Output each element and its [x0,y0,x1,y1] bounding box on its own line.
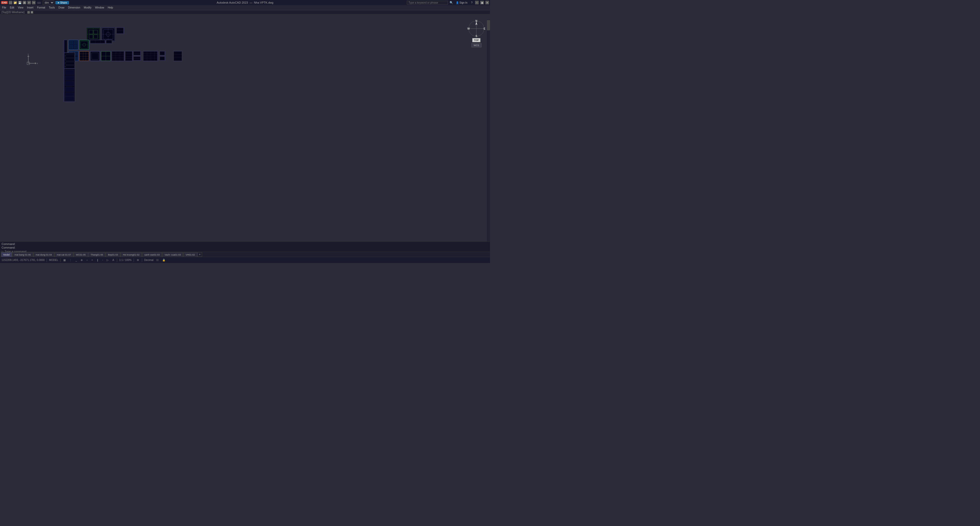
coordinates-display: 1152209.1493, -317671.1781, 0.0000 [2,259,45,261]
drawing-small-block[interactable] [106,40,112,44]
grid-toggle[interactable]: ▦ [62,258,67,262]
sign-in-button[interactable]: 👤 Sign In [455,1,469,5]
workspace-button[interactable]: ☷ [156,258,159,262]
tab-model[interactable]: Model [1,252,12,257]
viewport-maximize-button[interactable]: □ [27,11,30,14]
tab-sanh-vao[interactable]: sanh vao01-03 [142,252,162,257]
svg-rect-44 [107,40,112,43]
lock-button[interactable]: 🔒 [161,258,166,262]
polar-toggle[interactable]: ⊕ [80,258,83,262]
svg-rect-21 [102,28,115,41]
undo-button[interactable]: ↩ [27,1,31,5]
indicator-1[interactable] [159,51,165,56]
drawing-thumb-1[interactable] [86,27,100,41]
ribbon-edit[interactable]: Edit [9,6,15,9]
far-right-block[interactable] [173,51,182,61]
canvas-area[interactable]: X Y N S E W TOP WCS [0,14,490,242]
drawing-thumb-2[interactable] [101,27,115,41]
annotation-toggle[interactable]: A [111,258,115,262]
svg-rect-36 [74,45,77,49]
drawing-title-block[interactable] [90,40,105,44]
drawing-cluster-middle [64,40,182,65]
drawing-thumb-plan-4[interactable] [79,51,89,61]
ribbon-view[interactable]: View [17,6,24,9]
svg-rect-84 [174,51,182,61]
scrollbar-thumb[interactable] [487,20,490,30]
snap-toggle[interactable]: ⋮ [68,258,73,262]
svg-rect-99 [65,81,74,86]
drawing-thumb-plan-6[interactable] [101,51,111,61]
ribbon-window[interactable]: Window [94,6,105,9]
title-bar-center: Autodesk AutoCAD 2023 — Nha VPTK.dwg [216,1,273,4]
selection-toggle[interactable]: ▷ [106,258,110,262]
share-icon: ➤ [57,1,59,4]
schedule-block-large[interactable] [143,51,158,61]
svg-rect-60 [112,51,124,61]
transparency-toggle[interactable]: ◦ [102,258,104,262]
tab-hoi-truong[interactable]: Hoi truong01-02 [121,252,142,257]
ribbon-draw[interactable]: Draw [57,6,65,9]
drawing-row-top [68,40,182,50]
tab-vach-cua[interactable]: Vach- cua01-03 [162,252,183,257]
open-button[interactable]: 📁 [13,1,17,5]
tab-bep[interactable]: Bep01-03 [105,252,120,257]
schedule-small-1[interactable] [133,51,141,56]
osnap-toggle[interactable]: ○ [86,258,89,262]
dim-dropdown[interactable]: dim [43,0,54,5]
viewport-close-button[interactable]: ✕ [31,11,33,14]
right-scrollbar[interactable] [487,19,490,242]
otrack-toggle[interactable]: + [91,258,94,262]
schedule-blocks-1 [111,51,141,61]
schedule-block-1[interactable] [111,51,124,61]
indicator-2[interactable] [159,56,165,61]
status-bar: 1152209.1493, -317671.1781, 0.0000 MODEL… [0,257,490,263]
minimize-button[interactable]: − [475,1,479,5]
user-icon: 👤 [456,1,459,4]
share-button[interactable]: ➤ Share [56,1,69,5]
ribbon-insert[interactable]: Insert [26,6,35,9]
tab-thang[interactable]: Thang01-05 [88,252,105,257]
svg-rect-17 [89,30,93,34]
save-button[interactable]: 💾 [18,1,22,5]
tab-mat-bang[interactable]: mat bang 01-06 [12,252,33,257]
ribbon-dimension[interactable]: Dimension [67,6,81,9]
ribbon-format[interactable]: Format [36,6,46,9]
title-bar: CAD □ 📁 💾 🖶 ↩ ↪ □□ dim ➤ Share Autodesk … [0,0,490,5]
schedule-small-2[interactable] [133,56,141,61]
lineweight-toggle[interactable]: ❙ [96,258,99,262]
tab-vh[interactable]: VH01-02 [183,252,197,257]
redo-button[interactable]: ↪ [32,1,35,5]
tab-wc[interactable]: WC01-05 [74,252,88,257]
drawing-thumb-plan-2[interactable] [79,40,89,50]
ribbon-toolbar: File Edit View Insert Format Tools Draw … [0,5,490,10]
ribbon-tools[interactable]: Tools [48,6,56,9]
drawing-thumb-3[interactable] [116,27,124,34]
layer-indicator: □□ [38,1,41,4]
ribbon-help[interactable]: Help [107,6,115,9]
search-icon[interactable]: 🔍 [450,1,453,5]
wcs-button[interactable]: WCS [471,43,482,47]
search-input[interactable] [407,1,448,5]
restore-button[interactable]: ▣ [480,1,484,5]
help-button[interactable]: ? [470,1,474,5]
new-button[interactable]: □ [9,1,12,5]
drawing-thumb-plan-1[interactable] [68,40,78,50]
svg-rect-98 [65,76,74,80]
tab-mat-cat[interactable]: mat cat 01-07 [54,252,73,257]
svg-rect-83 [160,57,164,60]
tab-add-button[interactable]: + [197,252,202,257]
units-display: Decimal [144,259,153,261]
compass-top-button[interactable]: TOP [472,38,480,42]
ribbon-file[interactable]: File [1,6,7,9]
settings-button[interactable]: ⚙ [136,258,140,262]
title-bar-left: CAD □ 📁 💾 🖶 ↩ ↪ □□ dim ➤ Share [1,0,69,5]
print-button[interactable]: 🖶 [23,1,26,5]
svg-rect-100 [65,87,74,92]
close-button[interactable]: ✕ [485,1,489,5]
section-block[interactable] [64,68,75,102]
ortho-toggle[interactable]: ⎯ [75,258,78,262]
drawing-thumb-plan-5[interactable] [90,51,100,61]
ribbon-modify[interactable]: Modify [83,6,92,9]
tab-mat-dung[interactable]: mat dung 01-04 [33,252,54,257]
schedule-block-2[interactable] [125,51,133,61]
